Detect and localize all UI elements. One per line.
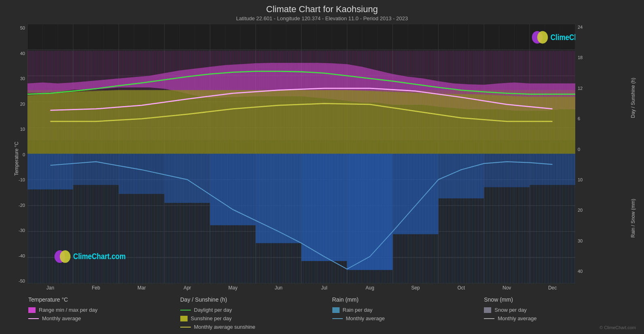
legend-temp-title: Temperature °C	[28, 296, 180, 303]
chart-subtitle: Latitude 22.601 - Longitude 120.374 - El…	[8, 15, 636, 21]
svg-rect-61	[27, 154, 575, 284]
chart-area-wrapper: Temperature °C 50 40 30 20 10 0 -10 -20 …	[8, 24, 636, 293]
legend-temp-range: Range min / max per day	[28, 307, 180, 313]
x-month-jan: Jan	[27, 285, 73, 293]
y-axis-right-top: 24 18 12 6 0 10 20 30 40	[575, 24, 583, 293]
legend-temperature: Temperature °C Range min / max per day M…	[28, 296, 180, 330]
sunshine-avg-line	[180, 327, 191, 328]
x-month-jun: Jun	[256, 285, 302, 293]
chart-svg: ClimeChart.com ClimeChart.com	[27, 24, 575, 283]
legend-snow-title: Snow (mm)	[484, 296, 636, 303]
legend-snow-avg: Monthly average	[484, 315, 636, 321]
page-container: Climate Chart for Kaohsiung Latitude 22.…	[0, 0, 644, 334]
daylight-line	[180, 310, 191, 311]
legend-rain: Rain (mm) Rain per day Monthly average	[332, 296, 484, 330]
sunshine-swatch	[180, 316, 188, 321]
legend-rain-range: Rain per day	[332, 307, 484, 313]
legend-sunshine-title: Day / Sunshine (h)	[180, 296, 332, 303]
legend-rain-avg: Monthly average	[332, 315, 484, 321]
x-month-jul: Jul	[302, 285, 347, 293]
temp-avg-line	[28, 318, 39, 319]
y-axis-left-label: Temperature °C	[14, 141, 19, 175]
rain-avg-line	[332, 318, 343, 319]
legend-rain-range-label: Rain per day	[343, 307, 373, 313]
x-month-may: May	[210, 285, 256, 293]
temp-range-swatch	[28, 307, 36, 313]
legend-sunshine-range: Sunshine per day	[180, 315, 332, 321]
rain-swatch	[332, 307, 340, 313]
legend-area: Temperature °C Range min / max per day M…	[8, 293, 636, 330]
legend-daylight: Daylight per day	[180, 307, 332, 313]
x-axis: Jan Feb Mar Apr May Jun Jul Aug Sep Oct …	[27, 283, 575, 293]
svg-rect-68	[27, 90, 575, 154]
svg-text:ClimeChart.com: ClimeChart.com	[551, 32, 575, 42]
legend-snow: Snow (mm) Snow per day Monthly average ©…	[484, 296, 636, 330]
legend-daylight-label: Daylight per day	[194, 307, 232, 313]
legend-temp-avg: Monthly average	[28, 315, 180, 321]
legend-temp-avg-label: Monthly average	[42, 315, 81, 321]
x-month-feb: Feb	[73, 285, 119, 293]
legend-temp-range-label: Range min / max per day	[39, 307, 97, 313]
svg-point-74	[60, 250, 70, 263]
svg-text:ClimeChart.com: ClimeChart.com	[73, 252, 126, 261]
y-axis-right-rain-label: Rain / Snow (mm)	[630, 199, 636, 238]
snow-swatch	[484, 307, 491, 313]
legend-sunshine: Day / Sunshine (h) Daylight per day Suns…	[180, 296, 332, 330]
chart-title: Climate Chart for Kaohsiung	[8, 4, 636, 15]
legend-snow-range: Snow per day	[484, 307, 636, 313]
legend-rain-title: Rain (mm)	[332, 296, 484, 303]
x-month-apr: Apr	[165, 285, 210, 293]
x-month-aug: Aug	[347, 285, 393, 293]
copyright: © ClimeChart.com	[600, 325, 636, 330]
x-month-sep: Sep	[393, 285, 438, 293]
x-month-oct: Oct	[438, 285, 484, 293]
legend-sunshine-avg: Monthly average sunshine	[180, 324, 332, 330]
x-month-nov: Nov	[484, 285, 530, 293]
y-axis-right-sunshine-label: Day / Sunshine (h)	[630, 78, 636, 118]
x-month-mar: Mar	[119, 285, 165, 293]
legend-snow-per-day-label: Snow per day	[494, 307, 527, 313]
legend-rain-avg-label: Monthly average	[346, 315, 385, 321]
legend-sunshine-range-label: Sunshine per day	[191, 315, 232, 321]
x-month-dec: Dec	[530, 285, 575, 293]
svg-point-71	[537, 31, 548, 44]
legend-snow-avg-label: Monthly average	[498, 315, 536, 321]
chart-main: ClimeChart.com ClimeChart.com	[27, 24, 575, 283]
legend-sunshine-avg-label: Monthly average sunshine	[194, 324, 255, 330]
snow-avg-line	[484, 318, 494, 319]
